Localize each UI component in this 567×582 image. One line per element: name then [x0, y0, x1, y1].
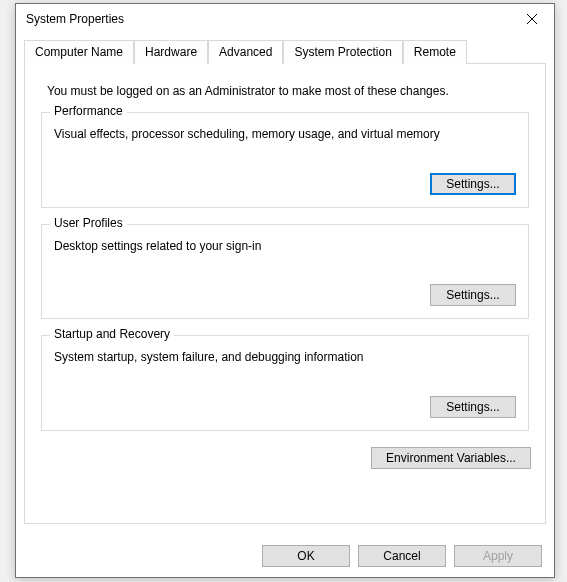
- performance-group: Performance Visual effects, processor sc…: [41, 112, 529, 208]
- user-profiles-button-row: Settings...: [54, 284, 516, 306]
- tab-remote[interactable]: Remote: [403, 40, 467, 64]
- startup-recovery-group-title: Startup and Recovery: [50, 327, 174, 341]
- env-vars-row: Environment Variables...: [39, 447, 531, 469]
- performance-desc-text: Visual effects, processor scheduling, me…: [54, 127, 516, 143]
- admin-note-text: You must be logged on as an Administrato…: [47, 84, 531, 98]
- user-profiles-desc-text: Desktop settings related to your sign-in: [54, 239, 516, 255]
- system-properties-dialog: System Properties Computer Name Hardware…: [15, 3, 555, 578]
- cancel-button[interactable]: Cancel: [358, 545, 446, 567]
- user-profiles-settings-button[interactable]: Settings...: [430, 284, 516, 306]
- tab-hardware[interactable]: Hardware: [134, 40, 208, 64]
- window-title: System Properties: [26, 12, 124, 26]
- startup-recovery-desc-text: System startup, system failure, and debu…: [54, 350, 516, 366]
- dialog-content: Computer Name Hardware Advanced System P…: [16, 34, 554, 532]
- startup-recovery-button-row: Settings...: [54, 396, 516, 418]
- dialog-footer: OK Cancel Apply: [262, 545, 542, 567]
- ok-button[interactable]: OK: [262, 545, 350, 567]
- apply-button[interactable]: Apply: [454, 545, 542, 567]
- startup-recovery-group: Startup and Recovery System startup, sys…: [41, 335, 529, 431]
- performance-group-title: Performance: [50, 104, 127, 118]
- titlebar: System Properties: [16, 4, 554, 34]
- user-profiles-group: User Profiles Desktop settings related t…: [41, 224, 529, 320]
- tab-advanced[interactable]: Advanced: [208, 40, 283, 64]
- user-profiles-group-title: User Profiles: [50, 216, 127, 230]
- close-icon: [527, 14, 537, 24]
- environment-variables-button[interactable]: Environment Variables...: [371, 447, 531, 469]
- tab-computer-name[interactable]: Computer Name: [24, 40, 134, 64]
- performance-settings-button[interactable]: Settings...: [430, 173, 516, 195]
- startup-recovery-settings-button[interactable]: Settings...: [430, 396, 516, 418]
- close-button[interactable]: [518, 7, 546, 31]
- tab-system-protection[interactable]: System Protection: [283, 40, 402, 64]
- performance-button-row: Settings...: [54, 173, 516, 195]
- tabstrip: Computer Name Hardware Advanced System P…: [24, 39, 546, 64]
- tab-panel-advanced: You must be logged on as an Administrato…: [24, 64, 546, 524]
